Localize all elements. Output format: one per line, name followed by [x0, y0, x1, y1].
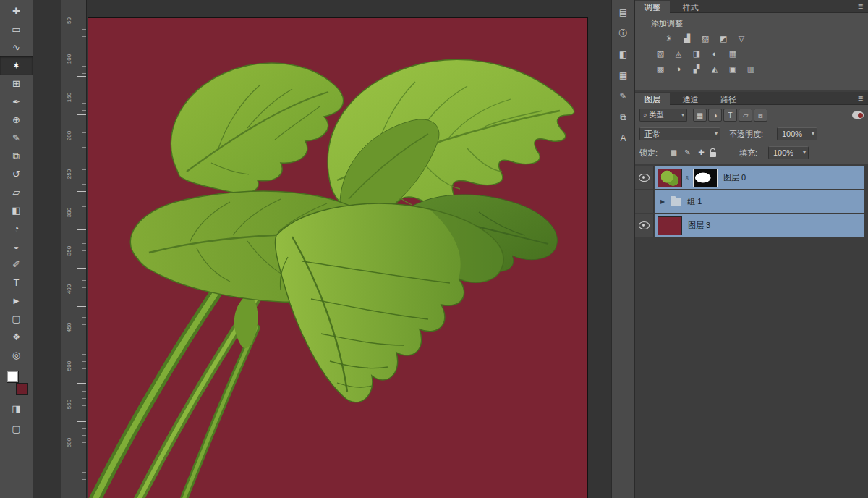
- layer-name[interactable]: 图层 3: [688, 220, 710, 231]
- lock-position-icon[interactable]: ✚: [696, 147, 707, 159]
- spot-healing-brush-tool[interactable]: ⊕: [0, 111, 33, 129]
- lasso-tool[interactable]: ∿: [0, 38, 33, 56]
- background-color-swatch[interactable]: [16, 383, 28, 395]
- pen-tool[interactable]: ✐: [0, 256, 33, 274]
- channel-mixer-icon[interactable]: ▦: [725, 48, 741, 60]
- lock-all-icon[interactable]: [710, 152, 716, 157]
- layer-thumbnail[interactable]: [658, 216, 682, 235]
- tools-list: ✚▭∿✶⊞✒⊕✎⧉↺▱◧◔◒✐T►▢❖◎: [0, 0, 33, 364]
- gradient-map-icon[interactable]: ▣: [725, 63, 741, 75]
- tab-layers[interactable]: 图层: [635, 93, 670, 106]
- filter-adjustment-icon[interactable]: ◑: [708, 109, 722, 122]
- layer-filter-label: 类型: [649, 111, 663, 119]
- swatches-panel-icon[interactable]: ▦: [612, 65, 634, 86]
- visibility-toggle[interactable]: [635, 190, 654, 213]
- rectangular-marquee-tool[interactable]: ▭: [0, 20, 33, 38]
- layers-panel: ⌕ 类型 ▾ ▦◑T▱⧈ 正常 ▾ 不透明度: 100% ▾ 锁: [635, 105, 868, 498]
- layer-row: ▶ 组 1: [635, 190, 864, 213]
- ruler-label: 550: [66, 397, 72, 413]
- path-selection-tool[interactable]: ►: [0, 292, 33, 310]
- tab-adjustments[interactable]: 调整: [635, 1, 670, 14]
- filter-toggle[interactable]: [852, 111, 864, 119]
- clone-source-panel-icon[interactable]: ⧉: [612, 107, 634, 128]
- lock-image-icon[interactable]: ✎: [682, 147, 693, 159]
- visibility-toggle[interactable]: [635, 214, 654, 237]
- ruler-label: 100: [66, 51, 72, 67]
- panel-menu-icon[interactable]: ≣: [858, 94, 864, 103]
- layer-row-content[interactable]: ∞ 图层 0: [655, 166, 864, 189]
- gradient-tool[interactable]: ◧: [0, 201, 33, 219]
- quick-selection-tool[interactable]: ✶: [0, 56, 33, 75]
- fill-input[interactable]: 100% ▾: [768, 146, 809, 159]
- canvas[interactable]: [88, 18, 587, 498]
- brightness-contrast-icon[interactable]: ☀: [661, 33, 677, 45]
- disclosure-triangle-icon[interactable]: ▶: [660, 198, 665, 205]
- posterize-icon[interactable]: ▞: [689, 63, 705, 75]
- layer-row-content[interactable]: 图层 3: [655, 214, 864, 237]
- brush-tool[interactable]: ✎: [0, 129, 33, 147]
- blend-mode-select[interactable]: 正常 ▾: [639, 127, 720, 140]
- brush-presets-panel-icon[interactable]: ✎: [612, 86, 634, 107]
- dodge-tool[interactable]: ◒: [0, 237, 33, 256]
- ruler-label: 150: [66, 90, 72, 106]
- layer-thumbnail[interactable]: [658, 169, 682, 187]
- layer-name[interactable]: 图层 0: [723, 172, 746, 183]
- layer-row-content[interactable]: ▶ 组 1: [655, 190, 864, 213]
- ruler-label: 350: [66, 243, 72, 259]
- rectangle-shape-tool[interactable]: ▢: [0, 310, 33, 328]
- foreground-color-swatch[interactable]: [7, 371, 19, 383]
- layer-mask-thumbnail[interactable]: [693, 169, 718, 187]
- tab-paths[interactable]: 路径: [711, 93, 746, 106]
- info-panel-icon[interactable]: ⓘ: [612, 23, 634, 44]
- layer-filter-select[interactable]: ⌕ 类型 ▾: [639, 109, 687, 122]
- lock-label: 锁定:: [639, 148, 658, 159]
- adjustment-buttons: ☀▟▨◩▽▧◬◨◐▦▩◑▞◭▣▥: [635, 33, 868, 75]
- black-white-icon[interactable]: ◨: [689, 48, 705, 60]
- filter-pixel-icon[interactable]: ▦: [693, 109, 707, 122]
- tab-channels[interactable]: 通道: [673, 93, 707, 106]
- layer-row: 图层 3: [635, 214, 864, 237]
- mask-link-icon[interactable]: ∞: [684, 173, 691, 182]
- photo-filter-icon[interactable]: ◐: [707, 48, 723, 60]
- hue-saturation-icon[interactable]: ▧: [652, 48, 668, 60]
- adjustment-row: ▧◬◨◐▦: [652, 48, 868, 60]
- tab-styles[interactable]: 样式: [673, 1, 707, 14]
- vertical-ruler[interactable]: 50100150200250300350400450500550600: [61, 0, 87, 498]
- color-lookup-icon[interactable]: ▩: [652, 63, 668, 75]
- collapsed-panel-dock: ▤ⓘ◧▦✎⧉A: [611, 0, 635, 498]
- filter-smart-object-icon[interactable]: ⧈: [754, 109, 767, 122]
- zoom-tool[interactable]: ◎: [0, 346, 33, 364]
- clone-stamp-tool[interactable]: ⧉: [0, 147, 33, 165]
- layers-tabbar: 图层 通道 路径 ≣: [635, 92, 868, 105]
- ruler-label: 300: [66, 205, 72, 221]
- histogram-panel-icon[interactable]: ▤: [612, 2, 634, 23]
- filter-shape-icon[interactable]: ▱: [739, 109, 752, 122]
- selective-color-icon[interactable]: ▥: [743, 63, 759, 75]
- eyedropper-tool[interactable]: ✒: [0, 93, 33, 111]
- opacity-input[interactable]: 100% ▾: [777, 127, 817, 140]
- quick-mask-button[interactable]: ◨: [0, 400, 33, 418]
- exposure-icon[interactable]: ◩: [715, 33, 731, 45]
- blur-tool[interactable]: ◔: [0, 219, 33, 237]
- threshold-icon[interactable]: ◭: [707, 63, 723, 75]
- invert-icon[interactable]: ◑: [671, 63, 686, 75]
- color-panel-icon[interactable]: ◧: [612, 44, 634, 65]
- eraser-tool[interactable]: ▱: [0, 183, 33, 201]
- screen-mode-button[interactable]: ▢: [0, 420, 33, 438]
- history-brush-tool[interactable]: ↺: [0, 165, 33, 183]
- lock-icons: ▦ ✎ ✚: [668, 146, 716, 159]
- crop-tool[interactable]: ⊞: [0, 75, 33, 93]
- vibrance-icon[interactable]: ▽: [733, 33, 749, 45]
- visibility-toggle[interactable]: [635, 166, 654, 189]
- lock-transparency-icon[interactable]: ▦: [668, 147, 679, 159]
- character-panel-icon[interactable]: A: [612, 128, 634, 149]
- panel-menu-icon[interactable]: ≣: [858, 2, 864, 11]
- levels-icon[interactable]: ▟: [679, 33, 695, 45]
- filter-type-icon[interactable]: T: [723, 109, 737, 122]
- curves-icon[interactable]: ▨: [697, 33, 713, 45]
- hand-tool[interactable]: ❖: [0, 328, 33, 346]
- layer-name[interactable]: 组 1: [687, 196, 702, 207]
- type-tool[interactable]: T: [0, 274, 33, 292]
- move-tool[interactable]: ✚: [0, 2, 33, 20]
- color-balance-icon[interactable]: ◬: [671, 48, 686, 60]
